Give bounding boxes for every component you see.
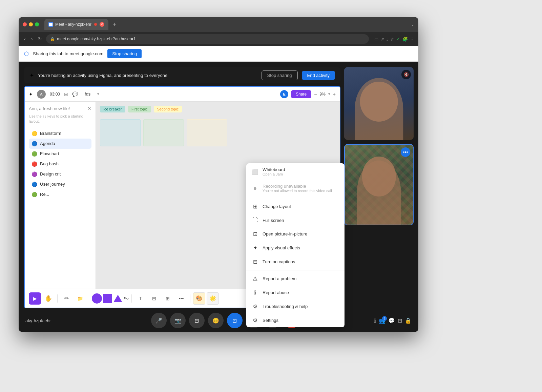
more-tools-button[interactable]: ⋮ <box>410 37 414 42</box>
captions-icon: ⊟ <box>252 259 258 265</box>
figma-chat-icon[interactable]: 💬 <box>72 91 78 97</box>
menu-item-fullscreen[interactable]: ⛶ Full screen <box>246 213 345 227</box>
sticker-2[interactable]: 🌟 <box>207 292 219 305</box>
lock-button[interactable]: 🔒 <box>405 317 412 324</box>
triangle-shape <box>113 295 122 302</box>
menu-item-report-problem[interactable]: ⚠ Report a problem <box>246 272 345 286</box>
activity-text: You're hosting an activity using Figma, … <box>38 73 257 78</box>
pip-label: Open picture-in-picture <box>263 231 307 236</box>
new-tab-button[interactable]: + <box>110 20 119 29</box>
sidebar-item-agenda[interactable]: 🔵 Agenda <box>29 139 91 149</box>
shapes-tool[interactable]: 📁 <box>74 292 86 305</box>
people-button[interactable]: 👥 3 <box>379 317 385 324</box>
sticker-tools: 🎨 🌟 <box>193 292 219 305</box>
present-button[interactable]: ⊡ <box>227 313 243 328</box>
agenda-icon: 🔵 <box>32 141 37 146</box>
forward-button[interactable]: › <box>30 35 34 43</box>
download-icon[interactable]: ↓ <box>386 37 389 42</box>
menu-item-visual-effects[interactable]: ✦ Apply visual effects <box>246 241 345 255</box>
sidebar-item-flowchart[interactable]: 🟢 Flowchart <box>29 149 91 159</box>
tool-divider-2 <box>89 294 89 303</box>
tool-divider-1 <box>57 294 58 303</box>
recording-indicator <box>94 23 97 26</box>
figma-zoom-in[interactable]: + <box>333 91 336 97</box>
camera-button[interactable]: 📷 <box>170 313 186 328</box>
camera-icon: 📷 <box>174 317 181 324</box>
troubleshooting-label: Troubleshooting & help <box>263 304 308 309</box>
figma-share-button[interactable]: Share <box>291 90 311 98</box>
figma-zoom-out[interactable]: − <box>314 91 317 97</box>
report-abuse-icon: ℹ <box>252 289 258 296</box>
sidebar-item-re[interactable]: 🟢 Re... <box>29 189 91 200</box>
figma-avatar: A <box>37 90 46 99</box>
stop-sharing-browser-button[interactable]: Stop sharing <box>107 49 142 58</box>
figma-menu-icon[interactable]: ✦ <box>29 91 33 97</box>
table-tool[interactable]: ⊞ <box>162 292 174 305</box>
info-button[interactable]: ℹ <box>374 317 376 324</box>
effects-label: Apply visual effects <box>263 245 300 250</box>
cursor-tool[interactable]: ✋ <box>42 292 55 305</box>
menu-item-whiteboard[interactable]: ⬜ Whiteboard Open a Jam <box>246 163 345 180</box>
square-shape <box>103 294 112 303</box>
cast-icon[interactable]: ▭ <box>374 37 378 42</box>
refresh-button[interactable]: ↻ <box>37 35 43 43</box>
whiteboard-label: Whiteboard <box>263 167 285 172</box>
menu-item-report-abuse[interactable]: ℹ Report abuse <box>246 286 345 300</box>
captions-button[interactable]: ⊟ <box>189 313 205 328</box>
report-problem-label: Report a problem <box>263 276 296 281</box>
share-icon[interactable]: ↗ <box>380 37 384 42</box>
select-tool[interactable]: ▶ <box>29 292 41 305</box>
figma-sidebar: Ann, a fresh new file! ✕ Use the ↑↓ keys… <box>25 102 96 308</box>
pen-tool[interactable]: ✏ <box>60 292 72 305</box>
sidebar-item-userjourney[interactable]: 🔵 User journey <box>29 179 91 189</box>
flowchart-icon: 🟢 <box>32 151 37 157</box>
end-activity-button[interactable]: End activity <box>302 71 335 80</box>
sidebar-item-bugbash[interactable]: 🔴 Bug bash <box>29 159 91 169</box>
menu-item-pip[interactable]: ⊡ Open picture-in-picture <box>246 227 345 241</box>
menu-item-troubleshooting[interactable]: ⚙ Troubleshooting & help <box>246 300 345 313</box>
figma-timer: 03:00 <box>50 92 60 97</box>
back-button[interactable]: ‹ <box>23 35 27 43</box>
extension-icon-2[interactable]: 🧩 <box>402 37 408 42</box>
menu-divider-1 <box>246 198 345 198</box>
window-controls: ⌄ <box>411 22 414 27</box>
activity-bar: ✦ You're hosting an activity using Figma… <box>24 67 340 83</box>
canvas-box-2 <box>143 119 184 146</box>
sidebar-item-designcrit[interactable]: 🟣 Design crit <box>29 169 91 179</box>
sidebar-header: Ann, a fresh new file! ✕ <box>29 106 91 111</box>
activities-button[interactable]: ⊞ <box>398 317 402 324</box>
extension-icon-1[interactable]: ✓ <box>396 36 400 42</box>
bookmark-icon[interactable]: ☆ <box>390 37 394 42</box>
maximize-button[interactable] <box>35 22 39 26</box>
menu-item-captions[interactable]: ⊟ Turn on captions <box>246 255 345 269</box>
video-2-more-button[interactable]: ••• <box>401 147 410 157</box>
sidebar-item-brainstorm[interactable]: 🟡 Brainstorm <box>29 128 91 139</box>
menu-item-settings[interactable]: ⚙ Settings <box>246 313 345 327</box>
meet-right-controls: ℹ 👥 3 💬 ⊞ 🔒 <box>374 317 412 324</box>
agenda-label: Agenda <box>40 141 55 146</box>
url-bar[interactable]: 🔒 meet.google.com/aky-hzpk-ehr?authuser=… <box>46 34 369 44</box>
sticker-1[interactable]: 🎨 <box>193 292 205 305</box>
emoji-button[interactable]: 😊 <box>208 313 224 328</box>
traffic-lights <box>23 22 39 26</box>
tab-close-button[interactable]: ✕ <box>100 22 104 27</box>
menu-item-recording: ⏺ Recording unavailable You're not allow… <box>246 180 345 197</box>
menu-item-change-layout[interactable]: ⊞ Change layout <box>246 200 345 213</box>
close-button[interactable] <box>23 22 27 26</box>
mic-button[interactable]: 🎤 <box>151 313 167 328</box>
more-tools[interactable]: ••• <box>175 292 187 305</box>
lock-icon: 🔒 <box>50 37 55 41</box>
figma-layout-icon[interactable]: ⊞ <box>64 91 68 97</box>
text-tool[interactable]: T <box>134 292 147 305</box>
chat-button[interactable]: 💬 <box>388 317 395 324</box>
whiteboard-icon: ⬜ <box>252 168 258 175</box>
frame-tool[interactable]: ⊟ <box>148 292 160 305</box>
canvas-label-first: First topic <box>128 106 151 112</box>
minimize-button[interactable] <box>29 22 33 26</box>
canvas-box-3 <box>187 119 227 146</box>
stop-sharing-button[interactable]: Stop sharing <box>262 70 298 80</box>
figma-user-avatar: E <box>280 90 288 98</box>
sidebar-close-button[interactable]: ✕ <box>87 106 91 111</box>
active-tab[interactable]: Meet - aky-hzpk-ehr ✕ <box>44 19 108 30</box>
effects-icon: ✦ <box>252 245 258 251</box>
